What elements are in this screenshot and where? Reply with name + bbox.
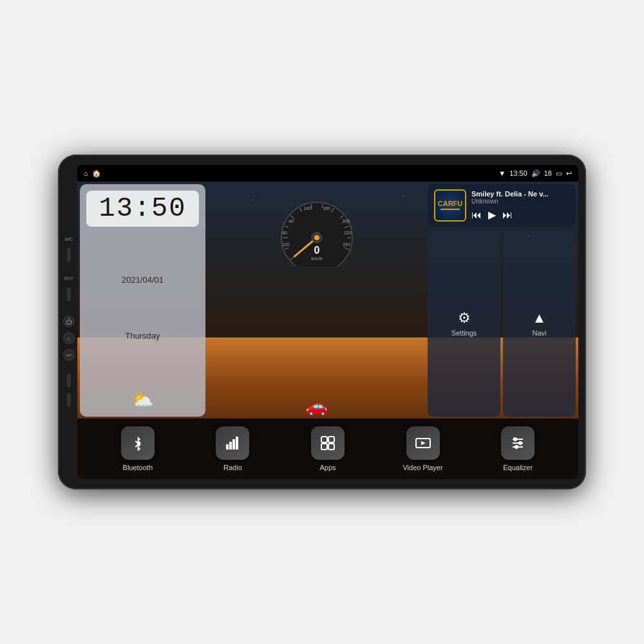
svg-rect-34 [328,444,334,450]
music-artist: Unknown [471,198,569,205]
rst-button[interactable] [67,287,71,301]
svg-rect-29 [232,439,235,450]
car-icon: 🚗 [305,395,328,417]
svg-rect-32 [328,437,334,442]
equalizer-tile[interactable]: Equalizer [470,426,565,471]
svg-rect-27 [226,444,229,450]
music-widget[interactable]: CARFU Smiley ft. Delia - Ne v... Unknown… [428,184,576,227]
status-right: ▼ 13:50 🔊 18 ▭ ↩ [498,169,572,178]
svg-text:120: 120 [282,242,290,247]
svg-text:0: 0 [314,245,319,256]
weather-icon: ⛅ [131,389,154,410]
quick-grid: ⚙ Settings ▲ Navi [428,229,576,417]
widgets-row: 13:50 2021/04/01 Thursday ⛅ [77,182,578,418]
svg-marker-36 [421,441,426,445]
album-logo: CARFU [438,200,463,207]
vol-down-button[interactable] [67,393,71,407]
apps-icon-box [311,426,345,460]
apps-tile[interactable]: Apps [280,426,375,471]
radio-icon [225,435,240,451]
rst-label: RST [64,276,73,281]
status-time: 13:50 [509,169,527,177]
main-content: 13:50 2021/04/01 Thursday ⛅ [77,182,578,479]
home-side-icon: ⌂ [67,335,71,342]
mic-button[interactable] [67,248,71,262]
equalizer-label: Equalizer [503,464,533,471]
power-button[interactable]: ⏻ [63,316,75,327]
radio-label: Radio [223,464,242,471]
svg-text:160: 160 [323,206,330,211]
battery-icon: ▭ [556,169,562,178]
equalizer-icon-box [501,426,535,460]
back-icon[interactable]: ↩ [566,169,572,178]
bluetooth-icon [130,435,146,451]
bluetooth-tile[interactable]: Bluetooth [90,426,185,471]
house-icon[interactable]: 🏠 [92,169,101,178]
wifi-icon: ▼ [498,169,506,177]
svg-rect-33 [321,444,327,450]
svg-rect-30 [236,437,238,450]
screen: ⌂ 🏠 ▼ 13:50 🔊 18 ▭ ↩ [77,165,578,479]
mic-label: MIC [65,237,73,242]
apps-label: Apps [319,464,336,471]
album-art: CARFU [434,189,466,222]
power-icon: ⏻ [66,318,72,325]
speedometer-widget: 40 80 120 140 160 200 220 240 [208,184,425,417]
clock-date: 2021/04/01 [122,275,164,285]
svg-text:80: 80 [282,231,287,235]
vol-up-button[interactable] [67,374,71,388]
radio-icon-box [216,426,249,460]
video-player-tile[interactable]: Video Player [375,426,471,471]
svg-text:40: 40 [289,219,294,223]
side-button-panel: MIC RST ⏻ ⌂ ↩ [63,237,75,407]
clock-day: Thursday [125,331,160,341]
bluetooth-label: Bluetooth [123,464,153,471]
music-controls: ⏮ ▶ ⏭ [471,209,569,221]
radio-tile[interactable]: Radio [185,426,281,471]
apps-icon [320,435,336,451]
video-player-label: Video Player [402,464,442,471]
music-title: Smiley ft. Delia - Ne v... [471,190,569,198]
svg-point-40 [518,441,522,445]
right-panel: CARFU Smiley ft. Delia - Ne v... Unknown… [428,184,576,417]
settings-label: Settings [451,329,477,337]
back-side-button[interactable]: ↩ [63,349,75,361]
home-nav-icon[interactable]: ⌂ [84,169,88,177]
music-info: Smiley ft. Delia - Ne v... Unknown ⏮ ▶ ⏭ [471,190,569,221]
app-bar: Bluetooth Radio [77,418,578,479]
next-button[interactable]: ⏭ [502,209,513,221]
play-button[interactable]: ▶ [488,209,496,221]
navi-icon: ▲ [533,310,547,327]
svg-point-38 [513,437,517,441]
svg-point-24 [314,235,319,240]
volume-level: 18 [544,169,552,177]
status-bar: ⌂ 🏠 ▼ 13:50 🔊 18 ▭ ↩ [77,165,578,182]
bluetooth-icon-box [121,426,155,460]
navi-label: Navi [532,329,546,337]
status-left: ⌂ 🏠 [84,169,101,178]
video-icon-box [406,426,440,460]
navi-tile[interactable]: ▲ Navi [503,229,576,417]
equalizer-icon [510,435,526,451]
svg-text:240: 240 [343,242,350,247]
svg-text:140: 140 [303,206,311,211]
settings-icon: ⚙ [458,310,471,327]
prev-button[interactable]: ⏮ [471,209,482,221]
home-side-button[interactable]: ⌂ [63,332,75,344]
car-head-unit: MIC RST ⏻ ⌂ ↩ ⌂ 🏠 ▼ 13:50 🔊 [58,155,586,489]
back-side-icon: ↩ [66,352,71,359]
speedometer-svg: 40 80 120 140 160 200 220 240 [272,189,362,267]
svg-text:km/h: km/h [311,256,322,261]
video-icon [415,435,431,451]
svg-rect-28 [229,442,232,450]
svg-text:200: 200 [342,219,350,223]
clock-widget: 13:50 2021/04/01 Thursday ⛅ [80,184,205,417]
svg-rect-31 [321,437,327,442]
settings-tile[interactable]: ⚙ Settings [428,229,500,417]
clock-time: 13:50 [86,191,199,227]
svg-text:220: 220 [344,231,352,235]
svg-point-42 [515,445,518,449]
volume-icon: 🔊 [531,169,540,178]
